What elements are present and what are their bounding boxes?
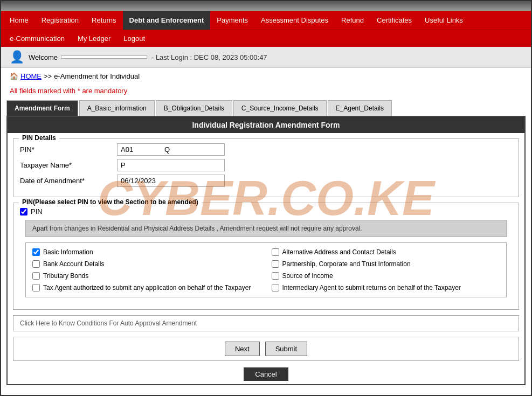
nav-ecommunication[interactable]: e-Communication — [3, 30, 71, 47]
amendment-checkboxes: Basic Information Alternative Address an… — [25, 242, 507, 297]
cb-intermediary-label: Intermediary Agent to submit returns on … — [282, 284, 461, 291]
next-button[interactable]: Next — [225, 342, 260, 356]
date-label: Date of Amendment* — [20, 177, 117, 185]
cb-tributary-label: Tributary Bonds — [43, 272, 88, 280]
nav-registration[interactable]: Registration — [35, 11, 85, 30]
pin-checkbox[interactable] — [20, 208, 27, 216]
cb-basic-info-input[interactable] — [32, 248, 40, 256]
cb-alt-address: Alternative Address and Contact Details — [272, 248, 500, 256]
nav-returns[interactable]: Returns — [85, 11, 123, 30]
welcome-bar: 👤 Welcome - Last Login : DEC 08, 2023 05… — [1, 47, 531, 68]
welcome-label: Welcome — [29, 53, 58, 61]
pin-check-row: PIN — [20, 207, 512, 216]
submit-button[interactable]: Submit — [265, 342, 307, 356]
cb-bank-label: Bank Account Details — [43, 260, 104, 268]
taxpayer-row: Taxpayer Name* — [20, 159, 512, 171]
nav-assessment-disputes[interactable]: Assessment Disputes — [254, 11, 335, 30]
checkbox-grid-inner: Basic Information Alternative Address an… — [32, 248, 500, 291]
cb-source-income: Source of Income — [272, 272, 500, 280]
taxpayer-input[interactable] — [117, 159, 225, 171]
pin-check-label: PIN — [31, 207, 43, 216]
pin-input[interactable] — [117, 143, 225, 156]
nav-refund[interactable]: Refund — [335, 11, 370, 30]
info-link[interactable]: Click Here to Know Conditions For Auto A… — [13, 315, 519, 331]
nav-my-ledger[interactable]: My Ledger — [71, 30, 117, 47]
cb-bank-input[interactable] — [32, 260, 40, 268]
tab-agent-details[interactable]: E_Agent_Details — [328, 100, 392, 116]
breadcrumb-home[interactable]: HOME — [20, 72, 42, 80]
notice-text: Apart from changes in Residential and Ph… — [32, 225, 362, 232]
cb-source-income-input[interactable] — [272, 272, 279, 280]
action-bar: Next Submit — [13, 337, 519, 361]
cb-partnership: Partnership, Corporate and Trust Informa… — [272, 260, 500, 268]
cb-partnership-label: Partnership, Corporate and Trust Informa… — [282, 260, 411, 268]
pin-row: PIN* — [20, 143, 512, 156]
form-title: Individual Registration Amendment Form — [8, 117, 524, 133]
taxpayer-label: Taxpayer Name* — [20, 161, 117, 169]
cb-alt-address-label: Alternative Address and Contact Details — [282, 248, 396, 256]
home-icon: 🏠 — [10, 72, 18, 80]
pin-details-section: PIN Details PIN* Taxpayer Name* Date of … — [13, 138, 519, 197]
breadcrumb-separator: >> — [44, 72, 52, 80]
pin-details-label: PIN Details — [19, 134, 59, 142]
nav-payments[interactable]: Payments — [210, 11, 254, 30]
date-row: Date of Amendment* — [20, 175, 512, 187]
cb-tributary-input[interactable] — [32, 272, 40, 280]
form-area: Individual Registration Amendment Form P… — [6, 116, 526, 385]
notice-bar: Apart from changes in Residential and Ph… — [25, 220, 507, 237]
nav-home[interactable]: Home — [3, 11, 35, 30]
last-login-text: - Last Login : DEC 08, 2023 05:00:47 — [151, 53, 267, 61]
cancel-bar: Cancel — [8, 364, 524, 384]
top-gradient-bar — [1, 1, 531, 11]
cb-intermediary-input[interactable] — [272, 284, 279, 291]
cb-partnership-input[interactable] — [272, 260, 279, 268]
tab-amendment-form[interactable]: Amendment Form — [6, 100, 78, 116]
tab-bar: Amendment Form A_Basic_information B_Obl… — [6, 100, 526, 116]
tab-obligation-details[interactable]: B_Obligation_Details — [156, 100, 232, 116]
cb-alt-address-input[interactable] — [272, 248, 279, 256]
tab-basic-info[interactable]: A_Basic_information — [79, 100, 155, 116]
breadcrumb: 🏠 HOME >> e-Amendment for Individual — [1, 68, 531, 85]
main-nav: Home Registration Returns Debt and Enfor… — [1, 11, 531, 30]
cb-basic-info: Basic Information — [32, 248, 261, 256]
nav-certificates[interactable]: Certificates — [370, 11, 418, 30]
pin-select-label: PIN(Please select PIN to view the Sectio… — [19, 198, 202, 206]
nav-useful-links[interactable]: Useful Links — [418, 11, 469, 30]
cb-tributary: Tributary Bonds — [32, 272, 261, 280]
cb-intermediary: Intermediary Agent to submit returns on … — [272, 284, 500, 291]
cb-basic-info-label: Basic Information — [43, 248, 93, 256]
cb-bank-account: Bank Account Details — [32, 260, 261, 268]
avatar-icon: 👤 — [10, 50, 24, 64]
pin-select-section: PIN(Please select PIN to view the Sectio… — [13, 203, 519, 310]
breadcrumb-current: e-Amendment for Individual — [54, 72, 140, 80]
username-display — [61, 55, 147, 59]
cb-tax-agent-label: Tax Agent authorized to submit any appli… — [43, 284, 251, 291]
nav-debt-enforcement[interactable]: Debt and Enforcement — [123, 11, 211, 30]
cb-source-income-label: Source of Income — [282, 272, 333, 280]
cancel-button[interactable]: Cancel — [244, 367, 288, 381]
tab-source-income[interactable]: C_Source_Income_Details — [233, 100, 327, 116]
sub-nav: e-Communication My Ledger Logout — [1, 30, 531, 47]
nav-logout[interactable]: Logout — [117, 30, 151, 47]
date-input[interactable] — [117, 175, 225, 187]
cb-tax-agent: Tax Agent authorized to submit any appli… — [32, 284, 261, 291]
cb-tax-agent-input[interactable] — [32, 284, 40, 291]
mandatory-note: All fields marked with * are mandatory — [1, 85, 531, 100]
pin-field-label: PIN* — [20, 145, 117, 154]
